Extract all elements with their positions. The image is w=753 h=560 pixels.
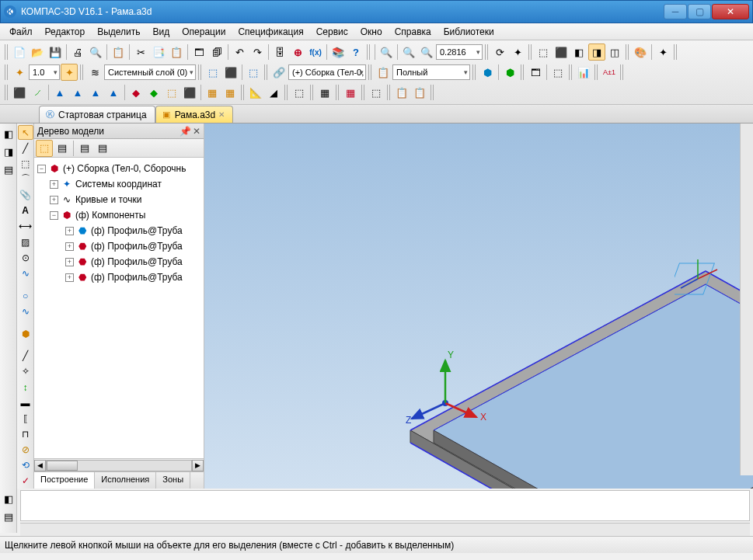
tool-plane[interactable]: ▬: [18, 395, 33, 410]
cursor-button[interactable]: ↖: [18, 125, 33, 140]
tree-item-curves[interactable]: + ∿ Кривые и точки: [34, 192, 204, 207]
mode-icon[interactable]: 📋: [375, 64, 392, 81]
op-1[interactable]: ⬛: [11, 84, 28, 101]
tree-tab-config[interactable]: Исполнения: [95, 472, 156, 489]
menu-operations[interactable]: Операции: [177, 25, 230, 39]
redo-button[interactable]: ↷: [249, 43, 266, 61]
tool-arc[interactable]: ⌒: [18, 172, 33, 186]
copy-button[interactable]: 📑: [150, 43, 167, 61]
tool-rect[interactable]: ⬚: [18, 156, 33, 171]
tree-item-profile-4[interactable]: + ⬣ (ф) Профиль@Труба: [34, 270, 204, 285]
undo-button[interactable]: ↶: [231, 43, 248, 61]
tree-tab-build[interactable]: Построение: [34, 472, 95, 489]
tree-btn-2[interactable]: ▤: [54, 140, 71, 157]
save-button[interactable]: 💾: [47, 43, 64, 61]
toolbar-grip[interactable]: [431, 85, 434, 100]
cut-button[interactable]: ✂: [132, 43, 149, 61]
variables-button[interactable]: ⊕: [289, 43, 306, 61]
layer-icon[interactable]: ≋: [86, 64, 103, 81]
tool-spline[interactable]: ∿: [18, 266, 33, 280]
op-15[interactable]: ⬚: [291, 84, 308, 101]
tree-item-profile-2[interactable]: + ⬣ (ф) Профиль@Труба: [34, 238, 204, 254]
op-12[interactable]: ▦: [221, 84, 239, 101]
extra-1[interactable]: 🗔: [527, 64, 544, 81]
tool-point[interactable]: ⊙: [18, 250, 33, 265]
panel-toggle-1[interactable]: ◧: [0, 125, 17, 142]
toolbar-grip[interactable]: [594, 64, 598, 80]
op-16[interactable]: ▦: [316, 84, 333, 101]
op-2[interactable]: ⟋: [29, 84, 46, 101]
tree-scrollbar-h[interactable]: ◀ ▶: [34, 458, 204, 471]
toolbar-grip[interactable]: [264, 64, 268, 80]
display-mode[interactable]: Полный: [392, 64, 470, 80]
viewport-scroll-v[interactable]: [740, 123, 753, 475]
toolbar-grip[interactable]: [528, 44, 532, 60]
menu-select[interactable]: Выделить: [92, 25, 145, 39]
section-button[interactable]: ✦: [654, 43, 671, 61]
properties-button[interactable]: 🗔: [190, 43, 207, 61]
collapse-icon[interactable]: −: [50, 211, 58, 220]
tree-item-coords[interactable]: + ✦ Системы координат: [34, 176, 204, 192]
tree-tab-zones[interactable]: Зоны: [156, 472, 190, 489]
shaded-edges-button[interactable]: ◨: [588, 43, 605, 61]
expand-icon[interactable]: +: [65, 273, 74, 282]
perspective-button[interactable]: ◫: [606, 43, 623, 61]
line-width[interactable]: 1.0: [29, 64, 60, 80]
tool-check[interactable]: ✓: [18, 474, 33, 489]
toolbar-grip[interactable]: [5, 64, 9, 80]
new-button[interactable]: 📄: [11, 43, 28, 61]
toolbar-grip[interactable]: [626, 44, 629, 60]
tree-root[interactable]: − ⬢ (+) Сборка (Тел-0, Сборочнь: [34, 161, 204, 176]
manage-button[interactable]: 🗄: [271, 43, 288, 61]
toolbar-grip[interactable]: [472, 64, 476, 80]
tree-btn-4[interactable]: ▤: [94, 140, 111, 157]
tool-solid[interactable]: ⬢: [18, 326, 33, 341]
expand-icon[interactable]: +: [65, 227, 74, 235]
toolbar-grip[interactable]: [674, 44, 678, 60]
panel-toggle-2[interactable]: ◨: [0, 143, 17, 160]
tool-axis[interactable]: ↕: [18, 380, 33, 395]
op-17[interactable]: ▦: [342, 84, 359, 101]
op-7[interactable]: ◆: [127, 84, 145, 101]
tool-line[interactable]: ╱: [18, 141, 33, 155]
op-10[interactable]: ⬛: [181, 84, 198, 101]
tree-item-profile-3[interactable]: + ⬣ (ф) Профиль@Труба: [34, 254, 204, 270]
toolbar-grip[interactable]: [521, 64, 525, 80]
help-button[interactable]: ?: [347, 43, 364, 61]
toolbar-grip[interactable]: [569, 64, 573, 80]
menu-view[interactable]: Вид: [148, 25, 175, 39]
open-button[interactable]: 📂: [29, 43, 46, 61]
assembly-icon[interactable]: 🔗: [270, 64, 288, 81]
toolbar-grip[interactable]: [368, 64, 372, 80]
assembly-dropdown[interactable]: (+) Сборка (Тел-0, С: [288, 64, 366, 80]
tool-face[interactable]: ✧: [18, 364, 33, 379]
op-4[interactable]: ▲: [69, 84, 86, 101]
op-18[interactable]: ⬚: [368, 84, 385, 101]
bottom-scrollbar[interactable]: [20, 523, 750, 536]
preview-button[interactable]: 🔍: [87, 43, 104, 61]
tree-item-components[interactable]: − ⬢ (ф) Компоненты: [34, 207, 204, 223]
scroll-thumb[interactable]: [47, 461, 78, 471]
expand-icon[interactable]: +: [50, 180, 58, 189]
menu-service[interactable]: Сервис: [312, 25, 353, 39]
zoom-window-button[interactable]: 🔍: [418, 43, 435, 61]
print-button[interactable]: 🖨: [69, 43, 86, 61]
tool-clip[interactable]: 📎: [18, 188, 33, 203]
rotate-button[interactable]: ⟳: [491, 43, 508, 61]
shaded-button[interactable]: ◧: [570, 43, 587, 61]
expand-icon[interactable]: +: [65, 242, 74, 251]
menu-window[interactable]: Окно: [356, 25, 387, 39]
tool-dim[interactable]: ⟷: [18, 219, 33, 234]
tool-b[interactable]: ⬛: [222, 64, 239, 81]
zoom-in-button[interactable]: 🔍: [400, 43, 417, 61]
panel-toggle-3[interactable]: ▤: [0, 161, 17, 178]
tab-start[interactable]: Ⓚ Стартовая страница: [39, 106, 155, 123]
menu-specification[interactable]: Спецификация: [233, 25, 308, 39]
orient-button[interactable]: ✦: [509, 43, 526, 61]
snap-toggle[interactable]: ✦: [61, 64, 78, 81]
tool-bracket[interactable]: ⟦: [18, 411, 33, 426]
op-5[interactable]: ▲: [87, 84, 104, 101]
pin-icon[interactable]: 📌: [180, 126, 191, 137]
doc-button[interactable]: 📋: [110, 43, 127, 61]
toolbar-grip[interactable]: [284, 85, 288, 100]
